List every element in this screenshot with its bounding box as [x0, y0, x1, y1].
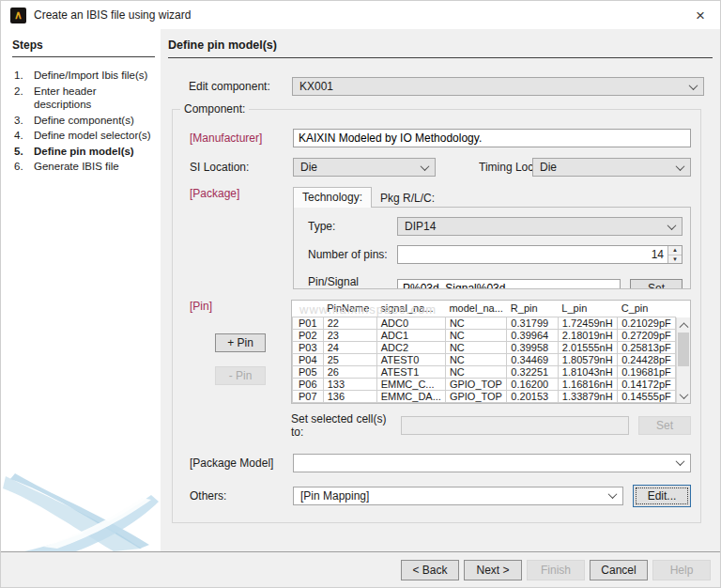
table-cell[interactable]: 0.31799	[507, 317, 559, 329]
manufacturer-row: [Manufacturer]	[190, 129, 691, 147]
table-cell[interactable]: GPIO_TOP	[445, 378, 506, 390]
spin-down-icon[interactable]: ▼	[668, 255, 682, 264]
table-cell[interactable]: 0.14555pF	[618, 390, 676, 402]
help-button[interactable]: Help	[652, 560, 711, 580]
col-l-pin[interactable]: L_pin	[558, 301, 617, 317]
type-dropdown[interactable]: DIP14	[397, 217, 683, 236]
table-cell[interactable]: 0.19681pF	[618, 365, 676, 378]
remove-pin-button[interactable]: - Pin	[215, 366, 266, 385]
others-label: Others:	[190, 489, 293, 503]
component-group-label: Component:	[180, 102, 249, 116]
naming-set-button[interactable]: Set	[630, 279, 683, 289]
scrollbar-thumb[interactable]	[678, 333, 689, 366]
table-cell[interactable]: NC	[445, 317, 506, 329]
close-icon[interactable]: ×	[690, 8, 711, 23]
table-cell[interactable]: 0.27209pF	[618, 329, 676, 341]
table-cell[interactable]: 1.16816nH	[558, 378, 617, 390]
package-model-dropdown[interactable]	[293, 454, 691, 472]
col-signal-name[interactable]: signal_na...	[376, 301, 445, 317]
step-item-6: 6.Generate IBIS file	[14, 160, 157, 174]
row-header[interactable]: P06	[293, 378, 324, 390]
row-header[interactable]: P05	[293, 365, 324, 378]
table-cell[interactable]: 25	[323, 353, 376, 365]
table-cell[interactable]: 2.18019nH	[558, 329, 617, 341]
row-header[interactable]: P07	[293, 390, 324, 402]
row-header[interactable]: P04	[293, 353, 324, 365]
table-cell[interactable]: NC	[445, 341, 506, 353]
pin-signal-naming-label: Pin/Signal naming:	[308, 275, 397, 289]
col-model-name[interactable]: model_na...	[445, 301, 506, 317]
scroll-down-icon[interactable]	[677, 390, 690, 403]
others-row: Others: [Pin Mapping] Edit...	[190, 485, 691, 507]
timing-location-dropdown[interactable]: Die	[532, 158, 691, 177]
number-of-pins-stepper[interactable]: 14 ▲ ▼	[397, 245, 683, 264]
page-title: Define pin model(s)	[168, 39, 713, 58]
edit-component-dropdown[interactable]: KX001	[292, 77, 704, 96]
step-item-2: 2.Enter header descriptions	[14, 85, 157, 112]
next-button[interactable]: Next >	[464, 560, 522, 580]
si-location-dropdown[interactable]: Die	[293, 158, 436, 177]
row-header[interactable]: P02	[293, 329, 324, 341]
package-tab-control: Technology: Pkg R/L/C: Type: DIP14	[293, 187, 691, 289]
si-location-label: SI Location:	[190, 161, 293, 174]
table-cell[interactable]: 0.20153	[507, 390, 559, 402]
row-header[interactable]: P03	[293, 341, 324, 353]
table-cell[interactable]: 1.72459nH	[558, 317, 617, 329]
table-cell[interactable]: NC	[445, 329, 506, 341]
manufacturer-input[interactable]	[293, 129, 691, 147]
table-cell[interactable]: EMMC_DA...	[376, 390, 445, 402]
table-cell[interactable]: 0.14172pF	[618, 378, 676, 390]
table-cell[interactable]: 0.32251	[507, 365, 559, 378]
others-dropdown[interactable]: [Pin Mapping]	[293, 487, 623, 505]
add-pin-button[interactable]: + Pin	[215, 333, 266, 352]
tab-pkg-rlc[interactable]: Pkg R/L/C:	[372, 189, 443, 208]
cancel-button[interactable]: Cancel	[590, 560, 648, 580]
table-cell[interactable]: 24	[323, 341, 376, 353]
set-cells-label: Set selected cell(s) to:	[291, 412, 401, 439]
table-cell[interactable]: 23	[323, 329, 376, 341]
spin-up-icon[interactable]: ▲	[668, 246, 682, 255]
table-cell[interactable]: 1.33879nH	[558, 390, 617, 402]
table-cell[interactable]: 133	[323, 378, 376, 390]
type-row: Type: DIP14	[308, 217, 683, 236]
scroll-up-icon[interactable]	[677, 317, 690, 331]
table-cell[interactable]: 0.25813pF	[618, 341, 676, 353]
table-cell[interactable]: 0.39958	[507, 341, 559, 353]
table-cell[interactable]: NC	[445, 365, 506, 378]
table-scrollbar[interactable]	[676, 317, 690, 403]
table-cell[interactable]: 0.34469	[507, 353, 559, 365]
table-cell[interactable]: 136	[323, 390, 376, 402]
set-cells-set-button[interactable]: Set	[638, 416, 691, 435]
step-item-5-current: 5.Define pin model(s)	[14, 145, 157, 159]
table-cell[interactable]: ATEST1	[376, 365, 445, 378]
pin-signal-naming-input[interactable]	[397, 279, 621, 289]
table-cell[interactable]: 26	[323, 365, 376, 378]
table-cell[interactable]: 0.39964	[507, 329, 559, 341]
table-cell[interactable]: 22	[323, 317, 376, 329]
table-cell[interactable]: 1.81043nH	[558, 365, 617, 378]
col-r-pin[interactable]: R_pin	[507, 301, 559, 317]
finish-button[interactable]: Finish	[527, 560, 585, 580]
table-cell[interactable]: ATEST0	[376, 353, 445, 365]
table-cell[interactable]: ADC1	[376, 329, 445, 341]
col-c-pin[interactable]: C_pin	[618, 301, 676, 317]
table-cell[interactable]: EMMC_C...	[376, 378, 445, 390]
table-row: P01 22 ADC0 NC 0.31799 1.72459nH 0.21029…	[293, 317, 676, 329]
table-cell[interactable]: 0.24428pF	[618, 353, 676, 365]
row-header[interactable]: P01	[293, 317, 324, 329]
table-cell[interactable]: 1.80579nH	[558, 353, 617, 365]
table-cell[interactable]: GPIO_TOP	[445, 390, 506, 402]
tab-technology[interactable]: Technology:	[293, 187, 372, 208]
table-cell[interactable]: 2.01555nH	[558, 341, 617, 353]
edit-component-value: KX001	[299, 80, 690, 93]
back-button[interactable]: < Back	[401, 560, 459, 580]
table-cell[interactable]: 0.21029pF	[618, 317, 676, 329]
table-cell[interactable]: NC	[445, 353, 506, 365]
set-cells-input[interactable]	[401, 416, 629, 435]
pin-table-container: www.kaixinspace.com PinName signal_na...…	[291, 300, 691, 404]
edit-button[interactable]: Edit...	[633, 485, 691, 507]
col-pinname[interactable]: PinName	[323, 301, 376, 317]
table-cell[interactable]: ADC0	[376, 317, 445, 329]
table-cell[interactable]: ADC2	[376, 341, 445, 353]
table-cell[interactable]: 0.16200	[507, 378, 559, 390]
